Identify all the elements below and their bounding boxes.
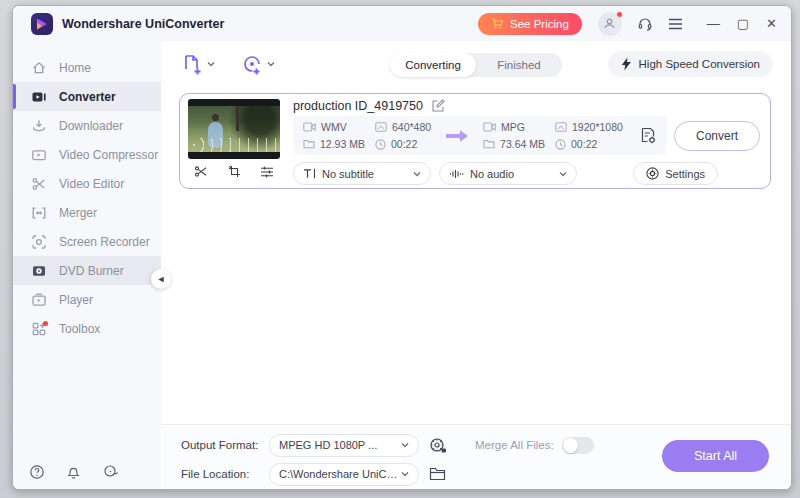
maximize-button[interactable]: ▢ xyxy=(737,17,749,30)
sidebar: Home Converter Downloader xyxy=(13,41,161,489)
sidebar-nav: Home Converter Downloader xyxy=(13,41,161,343)
help-icon[interactable] xyxy=(29,464,45,480)
subtitle-dropdown[interactable]: No subtitle xyxy=(293,162,431,185)
rename-edit-icon[interactable] xyxy=(431,99,445,113)
add-dvd-icon xyxy=(241,53,263,75)
sidebar-item-toolbox[interactable]: Toolbox xyxy=(13,314,161,343)
target-resolution: 1920*1080 xyxy=(555,121,623,133)
file-title: production ID_4919750 xyxy=(293,99,423,113)
sidebar-item-label: Video Compressor xyxy=(59,148,158,162)
audio-wave-icon xyxy=(449,169,464,179)
effects-sliders-icon[interactable] xyxy=(260,166,274,178)
dvd-burner-icon xyxy=(31,263,47,279)
sidebar-item-merger[interactable]: Merger xyxy=(13,198,161,227)
app-window: Wondershare UniConverter See Pricing xyxy=(12,5,792,490)
bottom-bar: Output Format: MPEG HD 1080P ... Merge A… xyxy=(161,424,791,489)
title-bar: Wondershare UniConverter See Pricing xyxy=(13,6,791,41)
card-options-row: No subtitle No audio xyxy=(293,162,760,185)
tab-finished[interactable]: Finished xyxy=(476,53,562,77)
sidebar-item-video-editor[interactable]: Video Editor xyxy=(13,169,161,198)
video-format-icon xyxy=(483,122,496,132)
account-avatar[interactable] xyxy=(598,12,622,36)
target-size: 73.64 MB xyxy=(483,138,545,150)
file-details: production ID_4919750 xyxy=(293,99,760,183)
see-pricing-button[interactable]: See Pricing xyxy=(478,13,582,35)
lightning-bolt-icon xyxy=(621,57,632,71)
crop-icon[interactable] xyxy=(228,165,241,178)
sidebar-bottom-icons xyxy=(29,464,119,480)
flower-field xyxy=(188,138,280,152)
notifications-bell-icon[interactable] xyxy=(66,464,81,480)
file-settings-icon[interactable] xyxy=(639,126,657,145)
sidebar-item-video-compressor[interactable]: Video Compressor xyxy=(13,140,161,169)
source-format: WMV xyxy=(303,121,365,133)
conversion-arrow-icon xyxy=(445,129,469,143)
format-settings-gear-icon[interactable] xyxy=(429,437,447,454)
settings-label: Settings xyxy=(665,168,705,180)
video-compressor-icon xyxy=(31,147,47,163)
scissors-icon xyxy=(31,176,47,192)
gear-icon xyxy=(646,167,659,180)
file-location-dropdown[interactable]: C:\Wondershare UniConverter xyxy=(269,463,419,486)
chevron-down-icon xyxy=(401,471,409,477)
high-speed-conversion-button[interactable]: High Speed Conversion xyxy=(608,51,773,77)
high-speed-label: High Speed Conversion xyxy=(639,58,760,70)
convert-button[interactable]: Convert xyxy=(674,121,760,151)
add-files-button[interactable] xyxy=(181,53,215,75)
close-button[interactable]: ✕ xyxy=(766,17,777,30)
settings-button[interactable]: Settings xyxy=(633,162,718,185)
sidebar-item-label: Toolbox xyxy=(59,322,100,336)
output-format-value: MPEG HD 1080P ... xyxy=(279,439,377,451)
output-format-dropdown[interactable]: MPEG HD 1080P ... xyxy=(269,434,419,457)
conversion-info-box: WMV 12.93 MB xyxy=(293,116,667,155)
chevron-down-icon xyxy=(559,171,567,177)
sidebar-item-downloader[interactable]: Downloader xyxy=(13,111,161,140)
tab-finished-label: Finished xyxy=(497,59,540,71)
player-icon xyxy=(31,292,47,308)
sidebar-item-label: Merger xyxy=(59,206,97,220)
video-format-icon xyxy=(303,122,316,132)
folder-icon xyxy=(483,139,495,149)
app-logo-icon xyxy=(31,13,53,35)
file-location-label: File Location: xyxy=(181,468,269,480)
sidebar-item-dvd-burner[interactable]: DVD Burner xyxy=(13,256,161,285)
sidebar-item-label: Player xyxy=(59,293,93,307)
audio-value: No audio xyxy=(470,168,514,180)
start-all-button[interactable]: Start All xyxy=(662,440,769,472)
main-panel: Converting Finished High Speed Conversio… xyxy=(161,41,791,489)
open-folder-icon[interactable] xyxy=(429,467,446,481)
minimize-button[interactable]: — xyxy=(707,17,720,30)
chevron-down-icon xyxy=(413,171,421,177)
sidebar-item-label: Downloader xyxy=(59,119,123,133)
menu-hamburger-icon[interactable] xyxy=(668,18,683,30)
sidebar-item-converter[interactable]: Converter xyxy=(13,82,161,111)
resolution-icon xyxy=(375,122,387,132)
folder-icon xyxy=(303,139,315,149)
cart-icon xyxy=(491,18,504,30)
video-thumbnail[interactable] xyxy=(188,99,280,159)
target-duration: 00:22 xyxy=(555,138,623,150)
trim-scissors-icon[interactable] xyxy=(194,165,208,178)
subtitle-icon xyxy=(303,168,316,179)
sidebar-item-screen-recorder[interactable]: Screen Recorder xyxy=(13,227,161,256)
resolution-icon xyxy=(555,122,567,132)
merge-all-files-toggle[interactable] xyxy=(562,437,594,454)
thumbnail-toolbar xyxy=(188,161,280,183)
clock-icon xyxy=(555,139,566,150)
sidebar-item-player[interactable]: Player xyxy=(13,285,161,314)
sidebar-collapse-button[interactable]: ◄ xyxy=(151,269,171,289)
sidebar-item-home[interactable]: Home xyxy=(13,53,161,82)
subtitle-value: No subtitle xyxy=(322,168,374,180)
feedback-icon[interactable] xyxy=(102,464,119,480)
app-title: Wondershare UniConverter xyxy=(62,17,224,31)
add-dvd-button[interactable] xyxy=(241,53,275,75)
video-frame-image xyxy=(188,106,280,152)
audio-dropdown[interactable]: No audio xyxy=(439,162,577,185)
chevron-down-icon xyxy=(401,442,409,448)
see-pricing-label: See Pricing xyxy=(510,18,569,30)
support-headset-icon[interactable] xyxy=(637,16,653,32)
chevron-down-icon xyxy=(267,61,275,67)
tab-converting[interactable]: Converting xyxy=(390,53,476,77)
file-card: production ID_4919750 xyxy=(179,93,771,189)
converting-finished-tabs: Converting Finished xyxy=(390,53,562,77)
